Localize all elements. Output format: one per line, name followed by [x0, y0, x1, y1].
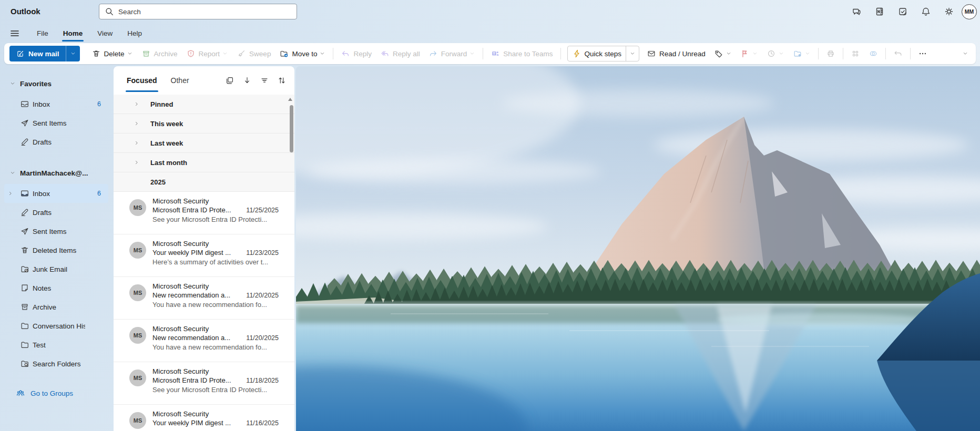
message-list-pane: FocusedOtherPinnedThis weekLast weekLast… [114, 66, 294, 431]
tab-focused[interactable]: Focused [127, 66, 157, 95]
filter-button[interactable] [259, 76, 270, 85]
sidebar-section-header[interactable]: Favorites [0, 77, 114, 90]
folder-sidebar: FavoritesInbox6Sent ItemsDraftsMartinMac… [0, 64, 114, 431]
email-list-item[interactable]: MSMicrosoft SecurityMicrosoft Entra ID P… [114, 362, 294, 405]
menu-items: FileHomeViewHelp [29, 26, 149, 40]
forward-label: Forward [441, 50, 467, 58]
email-list-item[interactable]: MSMicrosoft SecurityMicrosoft Entra ID P… [114, 192, 294, 234]
group-row-last-month[interactable]: Last month [114, 153, 294, 172]
share-to-teams-button[interactable]: Share to Teams [486, 46, 557, 61]
sidebar-section-title: MartinMachacek@... [20, 169, 88, 177]
chevron-right-icon [7, 190, 16, 197]
apps-button[interactable] [846, 46, 864, 61]
email-text-block: Microsoft SecurityYour weekly PIM digest… [152, 409, 279, 428]
sidebar-item-sent-items[interactable]: Sent Items [4, 114, 108, 132]
sidebar-item-inbox[interactable]: Inbox6 [4, 184, 108, 203]
flag-icon [740, 49, 750, 58]
sidebar-item-notes[interactable]: Notes [4, 279, 108, 297]
sidebar-item-label: Inbox [33, 190, 85, 198]
email-subject: New recommendation a... [152, 333, 242, 342]
menu-item-home[interactable]: Home [56, 26, 90, 40]
tab-other[interactable]: Other [171, 66, 189, 95]
undo-button[interactable] [889, 46, 907, 61]
group-row-last-week[interactable]: Last week [114, 134, 294, 153]
sort-order-button[interactable] [277, 76, 287, 85]
todo-icon [897, 6, 908, 17]
archive-button[interactable]: Archive [137, 46, 182, 61]
ribbon-collapse-button[interactable] [962, 43, 968, 64]
sidebar-item-archive[interactable]: Archive [4, 297, 108, 316]
categorize-button[interactable] [710, 46, 736, 61]
search-box[interactable] [99, 4, 297, 19]
hamburger-icon[interactable] [5, 25, 24, 42]
chevron-down-icon [629, 50, 636, 57]
menu-item-help[interactable]: Help [120, 26, 149, 40]
sweep-button[interactable]: Sweep [232, 46, 275, 61]
email-subject: Your weekly PIM digest ... [152, 418, 242, 427]
rules-button[interactable] [789, 46, 815, 61]
reply-all-button[interactable]: Reply all [376, 46, 424, 61]
email-list-item[interactable]: MSMicrosoft SecurityYour weekly PIM dige… [114, 405, 294, 431]
new-mail-split-button: New mail [9, 46, 80, 61]
sidebar-item-test[interactable]: Test [4, 335, 108, 354]
reply-button[interactable]: Reply [336, 46, 376, 61]
group-label: Last month [150, 159, 187, 167]
scrollbar-thumb[interactable] [290, 105, 293, 152]
email-subject-line: New recommendation a...11/20/2025 [152, 291, 279, 300]
scrollbar-up-arrow[interactable] [288, 98, 292, 101]
sidebar-item-search-folders[interactable]: Search Folders [4, 354, 108, 373]
quick-steps-dropdown-button[interactable] [626, 46, 639, 61]
go-to-groups-button[interactable]: Go to Groups [0, 385, 114, 402]
sidebar-item-drafts[interactable]: Drafts [4, 203, 108, 222]
print-button[interactable] [822, 46, 840, 61]
onenote-feed-button[interactable] [869, 1, 890, 22]
immersive-button[interactable] [864, 46, 882, 61]
message-list-toolbar [224, 66, 287, 95]
group-row-2025[interactable]: 2025 [114, 172, 294, 192]
bell-button[interactable] [915, 1, 936, 22]
sidebar-item-conversation-histo[interactable]: Conversation Histo... [4, 316, 108, 335]
sidebar-item-drafts[interactable]: Drafts [4, 132, 108, 151]
group-row-pinned[interactable]: Pinned [114, 95, 294, 114]
email-list-item[interactable]: MSMicrosoft SecurityYour weekly PIM dige… [114, 234, 294, 277]
arrow-down-button[interactable] [242, 76, 252, 85]
select-all-button[interactable] [224, 76, 235, 85]
new-mail-dropdown-button[interactable] [66, 46, 80, 61]
sidebar-section-title: Favorites [20, 80, 52, 88]
sidebar-item-inbox[interactable]: Inbox6 [4, 95, 108, 114]
report-shield-icon [186, 49, 196, 58]
move-to-button[interactable]: Move to [275, 46, 330, 61]
todo-button[interactable] [892, 1, 913, 22]
menu-item-file[interactable]: File [29, 26, 56, 40]
chat-icon [851, 6, 862, 17]
ribbon-separator [910, 48, 911, 59]
snooze-button[interactable] [762, 46, 789, 61]
chat-button[interactable] [846, 1, 867, 22]
group-label: Last week [150, 139, 183, 147]
group-row-this-week[interactable]: This week [114, 114, 294, 134]
forward-button[interactable]: Forward [424, 46, 480, 61]
sidebar-item-deleted-items[interactable]: Deleted Items [4, 241, 108, 260]
email-list-item[interactable]: MSMicrosoft SecurityNew recommendation a… [114, 277, 294, 320]
sidebar-section-header[interactable]: MartinMachacek@... [0, 166, 114, 180]
gear-button[interactable] [938, 1, 959, 22]
sidebar-item-sent-items[interactable]: Sent Items [4, 222, 108, 241]
search-input[interactable] [118, 8, 291, 16]
sidebar-item-junk-email[interactable]: Junk Email [4, 260, 108, 279]
quick-steps-button[interactable]: Quick steps [568, 46, 626, 61]
ribbon-separator [818, 48, 819, 59]
sidebar-item-label: Search Folders [33, 360, 85, 368]
email-list-item[interactable]: MSMicrosoft SecurityNew recommendation a… [114, 320, 294, 362]
flag-button[interactable] [736, 46, 762, 61]
sidebar-item-label: Test [33, 341, 85, 349]
menu-item-view[interactable]: View [90, 26, 120, 40]
more-options-button[interactable] [914, 46, 932, 61]
account-avatar[interactable]: MM [962, 4, 977, 19]
report-button[interactable]: Report [182, 46, 233, 61]
forward-icon [428, 49, 438, 58]
new-mail-button[interactable]: New mail [9, 46, 66, 61]
read-unread-button[interactable]: Read / Unread [642, 46, 710, 61]
email-sender: Microsoft Security [152, 282, 279, 291]
delete-button[interactable]: Delete [87, 46, 137, 61]
chevron-down-icon [804, 50, 811, 57]
